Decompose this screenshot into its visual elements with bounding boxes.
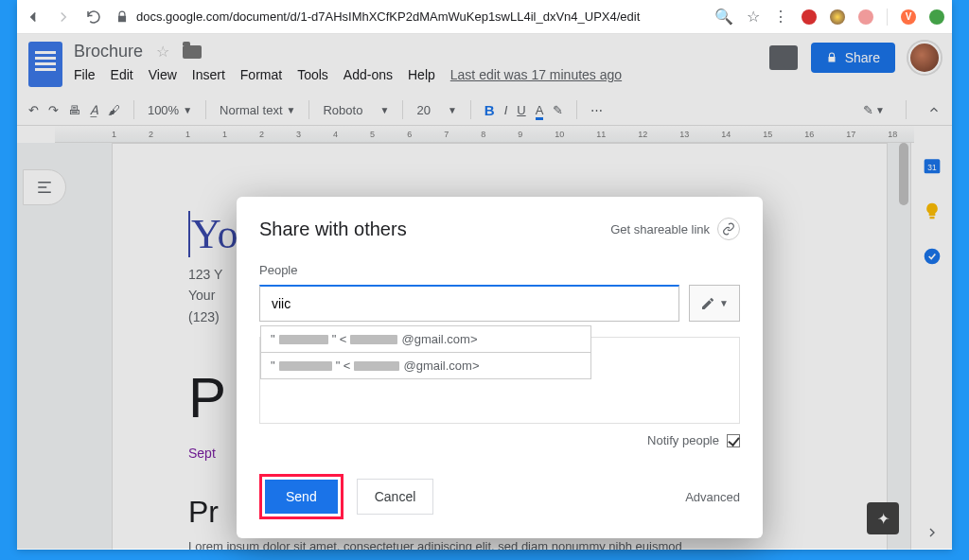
send-button[interactable]: Send xyxy=(265,480,338,514)
menu-format[interactable]: Format xyxy=(240,67,282,82)
outline-toggle[interactable] xyxy=(23,169,66,205)
account-avatar[interactable] xyxy=(908,42,941,74)
lock-icon xyxy=(826,52,837,63)
undo-icon[interactable]: ↶ xyxy=(28,103,39,117)
underline-button[interactable]: U xyxy=(517,103,525,117)
menu-file[interactable]: File xyxy=(74,67,96,82)
highlight-button[interactable]: ✎ xyxy=(553,103,563,117)
star-icon[interactable]: ☆ xyxy=(156,43,169,61)
divider xyxy=(887,9,888,26)
profile-avatar[interactable]: V xyxy=(901,9,916,25)
body-text: Lorem ipsum dolor sit amet, consectetuer… xyxy=(188,539,811,550)
advanced-link[interactable]: Advanced xyxy=(685,490,740,504)
share-button[interactable]: Share xyxy=(811,43,895,73)
ext-icon-4[interactable] xyxy=(929,9,944,25)
notify-checkbox[interactable] xyxy=(727,434,740,447)
menu-view[interactable]: View xyxy=(149,67,177,82)
forward-button[interactable] xyxy=(55,9,72,26)
svg-text:31: 31 xyxy=(927,163,937,172)
address-bar[interactable]: docs.google.com/document/d/1-d7AHsIMhXCf… xyxy=(115,9,701,24)
docs-logo-icon[interactable] xyxy=(28,42,62,87)
lock-icon xyxy=(115,10,129,24)
fontsize-dropdown[interactable]: 20▼ xyxy=(416,103,456,117)
bookmark-icon[interactable]: ☆ xyxy=(747,8,760,26)
people-label: People xyxy=(259,263,740,277)
editing-mode-dropdown[interactable]: ✎ ▼ xyxy=(863,103,885,117)
explore-button[interactable]: ✦ xyxy=(867,502,899,534)
side-panel: 31 xyxy=(910,143,952,550)
svg-rect-1 xyxy=(38,186,46,188)
menu-help[interactable]: Help xyxy=(408,67,435,82)
browser-right-icons: 🔍 ☆ ⋮ V xyxy=(714,8,944,26)
font-dropdown[interactable]: Roboto▼ xyxy=(323,103,389,117)
autocomplete-suggestions: "" <@gmail.com> "" <@gmail.com> xyxy=(260,325,591,378)
get-shareable-link[interactable]: Get shareable link xyxy=(610,218,740,240)
italic-button[interactable]: I xyxy=(504,103,508,117)
collapse-toolbar-button[interactable] xyxy=(927,103,941,116)
menu-tools[interactable]: Tools xyxy=(297,67,328,82)
docs-titlebar: Brochure ☆ File Edit View Insert Format … xyxy=(17,34,952,87)
share-dialog: Share with others Get shareable link Peo… xyxy=(237,197,763,538)
side-panel-toggle[interactable] xyxy=(925,525,940,540)
send-highlight: Send xyxy=(259,474,344,519)
bold-button[interactable]: B xyxy=(484,102,495,118)
suggestion-item[interactable]: "" <@gmail.com> xyxy=(260,325,591,353)
svg-point-6 xyxy=(924,249,940,265)
spellcheck-icon[interactable]: A̲ xyxy=(90,103,98,117)
doc-name[interactable]: Brochure xyxy=(74,42,143,61)
people-input[interactable] xyxy=(259,285,679,322)
redo-icon[interactable]: ↷ xyxy=(48,103,59,117)
svg-rect-0 xyxy=(38,182,51,184)
menu-insert[interactable]: Insert xyxy=(192,67,225,82)
folder-icon[interactable] xyxy=(183,45,202,59)
paragraph-style-dropdown[interactable]: Normal text▼ xyxy=(220,103,295,117)
ruler[interactable]: 12112345678910111213141516171819 xyxy=(55,126,914,143)
cancel-button[interactable]: Cancel xyxy=(357,479,434,515)
url-text: docs.google.com/document/d/1-d7AHsIMhXCf… xyxy=(136,9,640,24)
scrollbar-thumb[interactable] xyxy=(899,143,908,205)
comments-button[interactable] xyxy=(769,45,798,70)
last-edit-link[interactable]: Last edit was 17 minutes ago xyxy=(450,67,622,82)
svg-rect-2 xyxy=(38,192,51,194)
share-button-label: Share xyxy=(845,50,880,65)
suggestion-item[interactable]: "" <@gmail.com> xyxy=(260,352,591,379)
zoom-icon[interactable]: 🔍 xyxy=(714,8,733,26)
pencil-icon xyxy=(700,296,715,311)
paint-format-icon[interactable]: 🖌 xyxy=(108,103,120,117)
ext-icon-2[interactable] xyxy=(830,9,845,25)
print-icon[interactable]: 🖶 xyxy=(68,103,80,117)
more-tools-button[interactable]: ⋯ xyxy=(590,103,603,117)
reload-button[interactable] xyxy=(85,9,102,26)
notify-label: Notify people xyxy=(647,433,719,447)
text-color-button[interactable]: A xyxy=(536,103,544,117)
ext-icon-1[interactable] xyxy=(802,9,817,25)
dialog-title: Share with others xyxy=(259,219,407,240)
keep-icon[interactable] xyxy=(923,201,942,220)
permission-dropdown[interactable]: ▼ xyxy=(689,285,740,322)
link-icon xyxy=(717,218,740,240)
ext-icon-3[interactable] xyxy=(858,9,873,25)
kebab-icon[interactable]: ⋮ xyxy=(773,8,788,26)
formatting-toolbar: ↶ ↷ 🖶 A̲ 🖌 100%▼ Normal text▼ Roboto▼ 20… xyxy=(17,95,952,126)
zoom-dropdown[interactable]: 100%▼ xyxy=(148,103,192,117)
calendar-icon[interactable]: 31 xyxy=(923,156,942,175)
back-button[interactable] xyxy=(25,9,42,26)
browser-toolbar: docs.google.com/document/d/1-d7AHsIMhXCf… xyxy=(17,0,952,34)
svg-rect-5 xyxy=(929,217,934,219)
menu-addons[interactable]: Add-ons xyxy=(344,67,393,82)
menu-edit[interactable]: Edit xyxy=(111,67,133,82)
tasks-icon[interactable] xyxy=(923,247,942,266)
menu-bar: File Edit View Insert Format Tools Add-o… xyxy=(74,67,769,82)
